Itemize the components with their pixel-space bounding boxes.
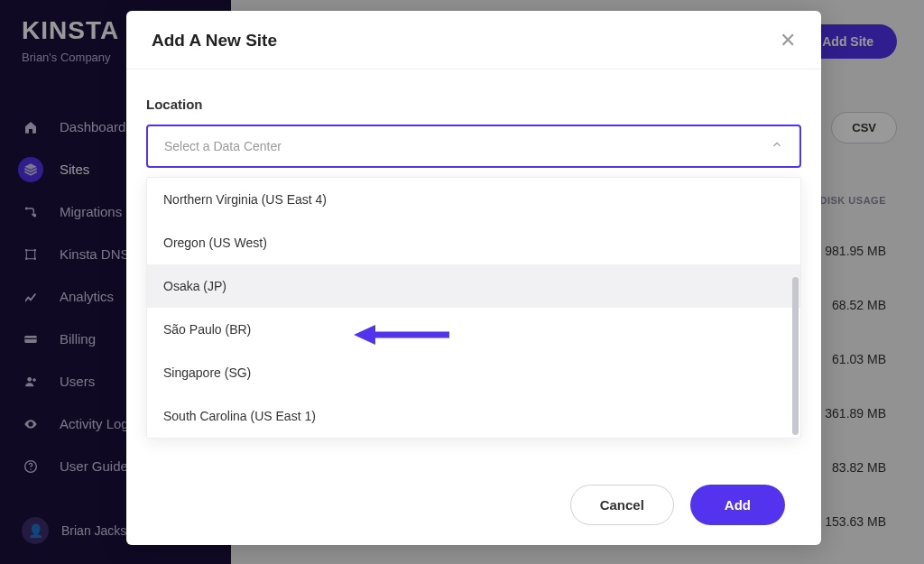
data-center-select[interactable]: Select a Data Center bbox=[146, 125, 801, 168]
add-button[interactable]: Add bbox=[690, 485, 785, 525]
chevron-up-icon bbox=[771, 138, 783, 154]
data-center-option[interactable]: Singapore (SG) bbox=[147, 351, 800, 394]
close-icon[interactable]: ✕ bbox=[780, 31, 796, 51]
data-center-option[interactable]: Oregon (US West) bbox=[147, 221, 800, 264]
modal-body: Location Select a Data Center Northern V… bbox=[126, 69, 821, 467]
add-site-modal: Add A New Site ✕ Location Select a Data … bbox=[126, 11, 821, 545]
cancel-button[interactable]: Cancel bbox=[570, 485, 674, 525]
data-center-dropdown: Northern Virginia (US East 4)Oregon (US … bbox=[146, 177, 801, 439]
modal-footer: Cancel Add bbox=[126, 467, 821, 545]
location-label: Location bbox=[146, 97, 801, 112]
data-center-option[interactable]: Northern Virginia (US East 4) bbox=[147, 178, 800, 221]
modal-header: Add A New Site ✕ bbox=[126, 11, 821, 69]
data-center-option[interactable]: South Carolina (US East 1) bbox=[147, 394, 800, 438]
select-placeholder: Select a Data Center bbox=[164, 139, 282, 153]
modal-title: Add A New Site bbox=[152, 31, 277, 51]
scrollbar-thumb[interactable] bbox=[792, 277, 799, 435]
data-center-option[interactable]: São Paulo (BR) bbox=[147, 308, 800, 351]
data-center-option[interactable]: Osaka (JP) bbox=[147, 264, 800, 308]
